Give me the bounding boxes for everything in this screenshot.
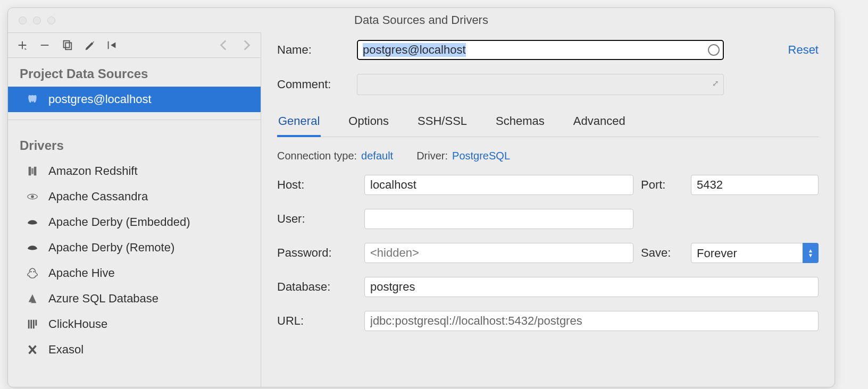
duplicate-button[interactable] <box>56 34 78 56</box>
forward-button[interactable] <box>235 34 257 56</box>
driver-item-derby-embedded[interactable]: Apache Derby (Embedded) <box>8 209 261 235</box>
redshift-icon <box>25 164 40 179</box>
driver-item-azure[interactable]: Azure SQL Database <box>8 286 261 311</box>
tab-options[interactable]: Options <box>347 109 390 137</box>
driver-item-cassandra[interactable]: Apache Cassandra <box>8 184 261 209</box>
driver-item-hive[interactable]: Apache Hive <box>8 260 261 286</box>
add-button[interactable] <box>11 34 34 56</box>
expand-icon[interactable]: ⤢ <box>712 79 719 88</box>
svg-rect-12 <box>36 320 37 326</box>
svg-rect-11 <box>33 320 35 329</box>
connection-type-link[interactable]: default <box>361 150 393 162</box>
driver-label: Apache Derby (Embedded) <box>48 215 190 229</box>
connection-type-label: Connection type: <box>277 150 357 162</box>
driver-label: Apache Hive <box>48 266 115 280</box>
svg-rect-4 <box>34 167 37 176</box>
cassandra-icon <box>25 189 40 204</box>
host-input[interactable] <box>364 175 633 195</box>
user-label: User: <box>277 212 357 226</box>
svg-rect-2 <box>29 167 31 176</box>
driver-link[interactable]: PostgreSQL <box>452 150 510 162</box>
svg-rect-1 <box>65 43 71 49</box>
url-label: URL: <box>277 314 357 328</box>
clickhouse-icon <box>25 317 40 332</box>
svg-point-7 <box>30 271 31 272</box>
save-select[interactable]: Forever <box>691 243 819 263</box>
port-label: Port: <box>641 178 683 192</box>
comment-label: Comment: <box>277 78 357 91</box>
reset-link[interactable]: Reset <box>788 43 819 57</box>
database-input[interactable] <box>364 277 819 297</box>
section-drivers: Drivers <box>8 120 261 158</box>
remove-button[interactable] <box>34 34 56 56</box>
driver-label: Apache Cassandra <box>48 190 148 204</box>
password-input[interactable] <box>364 243 633 263</box>
user-input[interactable] <box>364 209 633 229</box>
port-input[interactable] <box>691 175 819 195</box>
driver-label: Apache Derby (Remote) <box>48 241 174 255</box>
connection-meta: Connection type: default Driver: Postgre… <box>277 150 819 162</box>
driver-item-redshift[interactable]: Amazon Redshift <box>8 158 261 184</box>
postgres-icon <box>25 92 40 107</box>
driver-item-clickhouse[interactable]: ClickHouse <box>8 311 261 337</box>
color-picker-button[interactable] <box>708 44 720 56</box>
svg-rect-3 <box>31 168 34 174</box>
dialog-window: Data Sources and Drivers <box>7 7 835 387</box>
hive-icon <box>25 266 40 281</box>
azure-icon <box>25 291 40 306</box>
minimize-dot[interactable] <box>33 16 41 24</box>
driver-label: ClickHouse <box>48 317 107 331</box>
svg-point-6 <box>31 195 34 198</box>
tabs: General Options SSH/SSL Schemas Advanced <box>277 109 819 137</box>
data-source-label: postgres@localhost <box>48 92 152 106</box>
section-project-data-sources: Project Data Sources <box>8 58 261 87</box>
svg-rect-9 <box>28 320 30 329</box>
tab-advanced[interactable]: Advanced <box>572 109 627 137</box>
driver-label: Azure SQL Database <box>48 292 158 306</box>
name-label: Name: <box>277 43 357 57</box>
driver-label: Amazon Redshift <box>48 164 138 178</box>
tab-general[interactable]: General <box>277 109 321 137</box>
back-button[interactable] <box>213 34 235 56</box>
url-input[interactable] <box>364 311 819 331</box>
window-title: Data Sources and Drivers <box>354 13 488 27</box>
sidebar: Project Data Sources postgres@localhost … <box>8 32 261 387</box>
connection-form: Host: Port: User: Password: Save: Foreve… <box>277 175 819 331</box>
close-dot[interactable] <box>19 16 27 24</box>
traffic-lights <box>8 16 55 24</box>
zoom-dot[interactable] <box>47 16 55 24</box>
data-source-item[interactable]: postgres@localhost <box>8 87 261 112</box>
main-panel: Name: Reset Comment: ⤢ General Options S… <box>261 32 834 387</box>
import-button[interactable] <box>101 34 123 56</box>
database-label: Database: <box>277 280 357 294</box>
driver-item-exasol[interactable]: Exasol <box>8 337 261 362</box>
titlebar: Data Sources and Drivers <box>8 8 834 32</box>
svg-rect-10 <box>30 320 32 329</box>
driver-label: Exasol <box>48 343 84 357</box>
derby-icon <box>25 215 40 230</box>
host-label: Host: <box>277 178 357 192</box>
tab-ssh-ssl[interactable]: SSH/SSL <box>416 109 468 137</box>
exasol-icon <box>25 342 40 357</box>
svg-point-8 <box>34 271 35 272</box>
dialog-content: Project Data Sources postgres@localhost … <box>8 32 834 387</box>
sidebar-toolbar <box>8 32 261 58</box>
name-input[interactable] <box>357 40 724 60</box>
tab-schemas[interactable]: Schemas <box>495 109 546 137</box>
password-label: Password: <box>277 246 357 260</box>
svg-rect-0 <box>64 41 70 48</box>
save-label: Save: <box>641 246 683 260</box>
comment-input[interactable]: ⤢ <box>357 74 724 95</box>
driver-item-derby-remote[interactable]: Apache Derby (Remote) <box>8 235 261 260</box>
settings-button[interactable] <box>78 34 101 56</box>
driver-link-label: Driver: <box>416 150 448 162</box>
derby-icon <box>25 240 40 255</box>
